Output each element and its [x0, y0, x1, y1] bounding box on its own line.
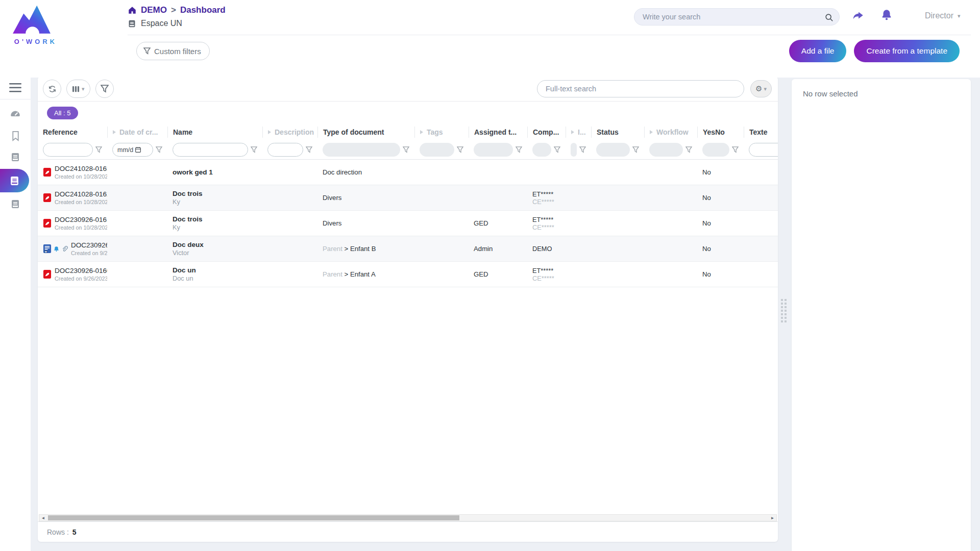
- filter-disabled-status: [596, 143, 630, 157]
- filter-funnel-icon: [143, 47, 151, 55]
- search-icon[interactable]: [824, 13, 834, 22]
- column-header-name[interactable]: Name: [167, 127, 262, 138]
- filter-funnel-icon[interactable]: [306, 146, 312, 153]
- filter-funnel-icon[interactable]: [632, 146, 639, 153]
- column-header-company[interactable]: Comp...: [527, 127, 566, 138]
- breadcrumb-separator: >: [171, 5, 176, 15]
- refresh-button[interactable]: [43, 80, 61, 98]
- column-header-description[interactable]: Description: [262, 127, 317, 138]
- scrollbar-track[interactable]: [47, 515, 769, 521]
- document-reference: DOC241028-01627-0: [55, 190, 102, 198]
- tab-all[interactable]: All : 5: [47, 107, 78, 119]
- sidebar-item-bookmarks[interactable]: [0, 125, 31, 146]
- sidebar-item-documents-active[interactable]: [0, 169, 29, 192]
- filter-funnel-icon[interactable]: [732, 146, 739, 153]
- gauge-icon: [10, 109, 21, 120]
- filter-funnel-icon[interactable]: [579, 146, 586, 153]
- document-subtitle: Ky: [173, 198, 257, 206]
- document-type: Divers: [323, 194, 341, 202]
- column-header-reference[interactable]: Reference: [38, 127, 107, 138]
- detail-panel: No row selected: [792, 79, 971, 551]
- column-header-tags[interactable]: Tags: [414, 127, 469, 138]
- column-header-type[interactable]: Type of document: [317, 127, 414, 138]
- panel-resize-handle[interactable]: [781, 299, 787, 322]
- scrollbar-thumb[interactable]: [48, 515, 459, 520]
- filter-funnel-icon[interactable]: [95, 146, 102, 153]
- document-created: Created on 9/26/2023 3:08:43 AM: [55, 276, 102, 282]
- grid-footer: Rows : 5: [38, 521, 778, 542]
- columns-button[interactable]: ▾: [66, 80, 90, 98]
- table-row[interactable]: DOC241028-01627-0 Created on 10/28/2024 …: [38, 185, 778, 211]
- rows-label: Rows :: [47, 528, 69, 536]
- document-name: owork ged 1: [173, 168, 257, 176]
- column-header-assigned[interactable]: Assigned t...: [469, 127, 527, 138]
- document-subtitle: Ky: [173, 223, 257, 231]
- filter-input-name[interactable]: [173, 143, 248, 157]
- filter-funnel-icon[interactable]: [403, 146, 409, 153]
- column-header-status[interactable]: Status: [591, 127, 644, 138]
- app-logo[interactable]: O'WORK: [7, 3, 64, 45]
- scroll-right-arrow-icon[interactable]: ►: [769, 515, 776, 521]
- detail-empty-text: No row selected: [803, 89, 858, 98]
- breadcrumb-page[interactable]: Dashboard: [180, 5, 226, 15]
- home-icon[interactable]: [128, 6, 137, 15]
- filter-funnel-icon[interactable]: [457, 146, 463, 153]
- filter-funnel-icon[interactable]: [685, 146, 692, 153]
- pdf-file-icon: [43, 167, 52, 177]
- document-created: Created on 9/26/2023 3:09:45 AM: [71, 250, 102, 256]
- filter-disabled-workflow: [649, 143, 683, 157]
- company-line2: CE*****: [532, 198, 560, 206]
- custom-filters-button[interactable]: Custom filters: [136, 42, 210, 60]
- filter-date-input[interactable]: mm/d: [112, 143, 153, 157]
- notifications-button[interactable]: [879, 7, 894, 22]
- sidebar-item-archive[interactable]: [0, 193, 31, 215]
- horizontal-scrollbar[interactable]: ◄ ►: [39, 514, 777, 521]
- filter-disabled-i: [571, 143, 577, 157]
- pdf-file-icon: [43, 193, 52, 203]
- column-header-yesno[interactable]: YesNo: [697, 127, 744, 138]
- user-menu[interactable]: Director ▾: [925, 11, 961, 20]
- chevron-right-icon: [420, 130, 423, 134]
- paperclip-icon: [61, 245, 68, 253]
- add-file-button[interactable]: Add a file: [789, 40, 847, 62]
- table-row[interactable]: DOC230926-01610-3 Created on 10/28/2024 …: [38, 211, 778, 236]
- create-from-template-button[interactable]: Create from a template: [854, 40, 960, 62]
- document-reference: DOC230926-01608-0: [55, 267, 102, 274]
- calendar-icon[interactable]: [135, 146, 141, 153]
- filter-funnel-icon[interactable]: [156, 146, 162, 153]
- filter-button[interactable]: [95, 80, 114, 98]
- filter-funnel-icon: [101, 85, 109, 93]
- table-row[interactable]: w DOC230926-01609-0 Created on 9/26/2023…: [38, 236, 778, 262]
- global-search-input[interactable]: [643, 13, 820, 21]
- filter-funnel-icon[interactable]: [554, 146, 560, 153]
- sidebar-item-library[interactable]: [0, 146, 31, 168]
- document-reference: DOC230926-01610-3: [55, 216, 102, 223]
- document-name: Doc un: [173, 266, 257, 274]
- filter-input-description[interactable]: [267, 143, 303, 157]
- filter-funnel-icon[interactable]: [251, 146, 257, 153]
- filter-input-reference[interactable]: [43, 143, 93, 157]
- share-button[interactable]: [850, 8, 866, 23]
- book-icon: [9, 176, 20, 186]
- grid-settings-button[interactable]: ⚙ ▾: [750, 80, 772, 97]
- filter-funnel-icon[interactable]: [516, 146, 522, 153]
- column-header-date[interactable]: Date of cr...: [107, 127, 167, 138]
- sidebar-item-dashboard[interactable]: [0, 104, 31, 125]
- scroll-left-arrow-icon[interactable]: ◄: [39, 515, 47, 521]
- type-parent: Parent: [323, 270, 342, 278]
- filter-disabled-company: [532, 143, 551, 157]
- breadcrumb-root[interactable]: DEMO: [141, 5, 167, 15]
- column-header-texte[interactable]: Texte: [744, 127, 778, 138]
- column-header-workflow[interactable]: Workflow: [644, 127, 697, 138]
- chevron-right-icon: [571, 130, 574, 134]
- filter-input-texte[interactable]: [749, 143, 778, 157]
- fulltext-search-input[interactable]: [546, 85, 736, 93]
- table-row[interactable]: DOC241028-01635-0 Created on 10/28/2024 …: [38, 160, 778, 185]
- refresh-icon: [48, 85, 57, 93]
- sidebar-toggle-button[interactable]: [0, 78, 31, 98]
- column-header-i[interactable]: I...: [566, 127, 591, 138]
- logo-mountain-icon: [7, 3, 56, 37]
- yesno-value: No: [697, 270, 744, 278]
- table-row[interactable]: DOC230926-01608-0 Created on 9/26/2023 3…: [38, 262, 778, 287]
- fulltext-search: [537, 80, 744, 97]
